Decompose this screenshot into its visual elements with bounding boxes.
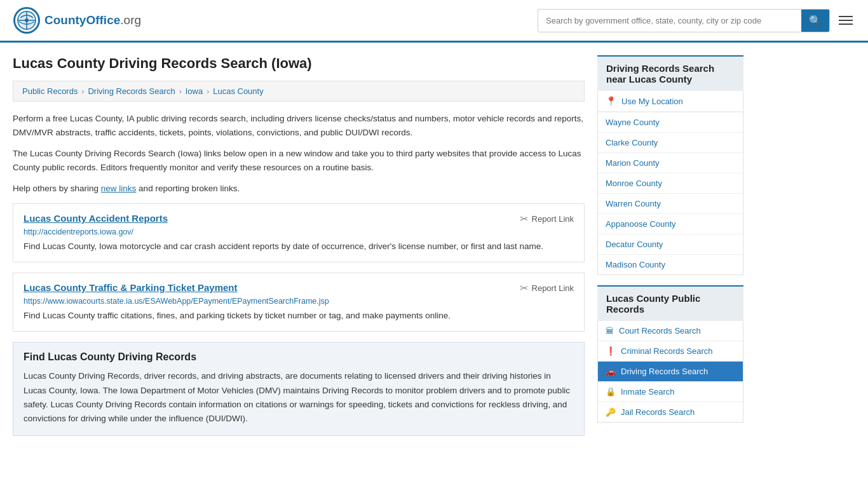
intro-paragraph-2: The Lucas County Driving Records Search …: [13, 147, 585, 174]
sidebar-item-jail-records[interactable]: 🔑 Jail Records Search: [598, 402, 743, 422]
svg-point-5: [25, 18, 29, 22]
sidebar-item-warren[interactable]: Warren County: [598, 194, 743, 214]
sidebar-item-label-clarke: Clarke County: [606, 138, 658, 147]
sidebar-nearby-heading: Driving Records Search near Lucas County: [597, 55, 743, 91]
report-link-button-1[interactable]: ✂ Report Link: [520, 213, 574, 225]
breadcrumb-lucas-county[interactable]: Lucas County: [213, 86, 264, 96]
resource-url-1[interactable]: http://accidentreports.iowa.gov/: [24, 227, 574, 236]
sidebar-nearby-list: 📍 Use My Location Wayne County Clarke Co…: [597, 91, 743, 275]
intro-3-pre: Help others by sharing: [13, 184, 101, 193]
menu-line-3: [839, 24, 853, 25]
sidebar-item-clarke[interactable]: Clarke County: [598, 133, 743, 153]
sidebar-item-inmate-search[interactable]: 🔒 Inmate Search: [598, 382, 743, 402]
sidebar-item-decatur[interactable]: Decatur County: [598, 234, 743, 255]
logo-area: CountyOffice.org: [13, 6, 141, 34]
report-link-label-2: Report Link: [532, 283, 574, 293]
resource-card-2: Lucas County Traffic & Parking Ticket Pa…: [13, 273, 585, 332]
sidebar-nearby-section: Driving Records Search near Lucas County…: [597, 55, 743, 275]
sidebar-item-label-monroe: Monroe County: [606, 179, 662, 188]
page-title: Lucas County Driving Records Search (Iow…: [13, 55, 585, 72]
search-bar: 🔍: [538, 9, 830, 32]
sidebar-label-inmate-search: Inmate Search: [621, 387, 675, 396]
logo-icon: [13, 6, 41, 34]
sidebar-item-label-appanoose: Appanoose County: [606, 219, 676, 229]
breadcrumb-iowa[interactable]: Iowa: [186, 86, 203, 96]
breadcrumb-driving-records[interactable]: Driving Records Search: [88, 86, 175, 96]
logo-text: CountyOffice.org: [44, 13, 141, 27]
sidebar-label-jail-records: Jail Records Search: [621, 407, 695, 417]
sidebar-item-court-records[interactable]: 🏛 Court Records Search: [598, 321, 743, 341]
location-pin-icon: 📍: [606, 96, 616, 106]
sidebar-item-label-warren: Warren County: [606, 199, 661, 208]
sidebar-item-monroe[interactable]: Monroe County: [598, 173, 743, 194]
breadcrumb: Public Records › Driving Records Search …: [13, 81, 585, 102]
header-right: 🔍: [538, 9, 855, 32]
resource-url-2[interactable]: https://www.iowacourts.state.ia.us/ESAWe…: [24, 297, 574, 306]
sidebar-public-records-section: Lucas County Public Records 🏛 Court Reco…: [597, 285, 743, 423]
menu-line-2: [839, 20, 853, 21]
sidebar: Driving Records Search near Lucas County…: [597, 55, 743, 446]
resource-header-2: Lucas County Traffic & Parking Ticket Pa…: [24, 282, 574, 294]
resource-card-1: Lucas County Accident Reports ✂ Report L…: [13, 203, 585, 262]
main-container: Lucas County Driving Records Search (Iow…: [0, 43, 868, 459]
sidebar-label-driving-records: Driving Records Search: [621, 367, 708, 376]
report-link-label-1: Report Link: [532, 214, 574, 224]
sidebar-public-records-list: 🏛 Court Records Search ❗ Criminal Record…: [597, 321, 743, 423]
resource-title-1[interactable]: Lucas County Accident Reports: [24, 213, 168, 224]
use-location-link[interactable]: 📍 Use My Location: [598, 91, 743, 112]
sidebar-public-records-heading: Lucas County Public Records: [597, 285, 743, 321]
find-section: Find Lucas County Driving Records Lucas …: [13, 342, 585, 435]
intro-paragraph-1: Perform a free Lucas County, IA public d…: [13, 112, 585, 139]
resource-desc-1: Find Lucas County, Iowa motorcycle and c…: [24, 240, 574, 253]
sidebar-item-wayne[interactable]: Wayne County: [598, 112, 743, 133]
menu-button[interactable]: [836, 13, 855, 27]
sidebar-item-label-madison: Madison County: [606, 260, 665, 269]
resource-title-2[interactable]: Lucas County Traffic & Parking Ticket Pa…: [24, 282, 238, 293]
find-section-heading: Find Lucas County Driving Records: [24, 351, 574, 363]
search-input[interactable]: [538, 11, 801, 30]
new-links-link[interactable]: new links: [101, 184, 137, 193]
report-link-icon-1: ✂: [520, 213, 528, 225]
sidebar-item-marion[interactable]: Marion County: [598, 153, 743, 173]
search-button[interactable]: 🔍: [801, 10, 829, 32]
report-link-button-2[interactable]: ✂ Report Link: [520, 282, 574, 294]
sidebar-label-criminal-records: Criminal Records Search: [621, 346, 713, 356]
sidebar-item-label-decatur: Decatur County: [606, 240, 663, 249]
use-location-label: Use My Location: [621, 97, 683, 106]
intro-paragraph-3: Help others by sharing new links and rep…: [13, 182, 585, 196]
inmate-search-icon: 🔒: [606, 387, 616, 396]
jail-records-icon: 🔑: [606, 407, 616, 417]
report-link-icon-2: ✂: [520, 282, 528, 294]
intro-3-post: and reporting broken links.: [136, 184, 240, 193]
breadcrumb-public-records[interactable]: Public Records: [22, 86, 78, 96]
find-section-text: Lucas County Driving Records, driver rec…: [24, 369, 574, 426]
sidebar-item-label-wayne: Wayne County: [606, 118, 660, 127]
breadcrumb-sep-2: ›: [179, 87, 182, 96]
court-records-icon: 🏛: [606, 326, 614, 336]
breadcrumb-sep-1: ›: [81, 87, 84, 96]
sidebar-item-appanoose[interactable]: Appanoose County: [598, 214, 743, 234]
resource-header-1: Lucas County Accident Reports ✂ Report L…: [24, 213, 574, 225]
driving-records-icon: 🚗: [606, 367, 616, 376]
sidebar-item-criminal-records[interactable]: ❗ Criminal Records Search: [598, 341, 743, 362]
menu-line-1: [839, 16, 853, 17]
sidebar-label-court-records: Court Records Search: [619, 326, 701, 336]
header: CountyOffice.org 🔍: [0, 0, 868, 43]
sidebar-use-location[interactable]: 📍 Use My Location: [598, 91, 743, 112]
sidebar-item-madison[interactable]: Madison County: [598, 255, 743, 274]
sidebar-item-driving-records[interactable]: 🚗 Driving Records Search: [598, 362, 743, 382]
resource-desc-2: Find Lucas County traffic citations, fin…: [24, 309, 574, 322]
content-area: Lucas County Driving Records Search (Iow…: [13, 55, 597, 446]
breadcrumb-sep-3: ›: [207, 87, 209, 96]
criminal-records-icon: ❗: [606, 346, 616, 356]
sidebar-item-label-marion: Marion County: [606, 158, 660, 168]
